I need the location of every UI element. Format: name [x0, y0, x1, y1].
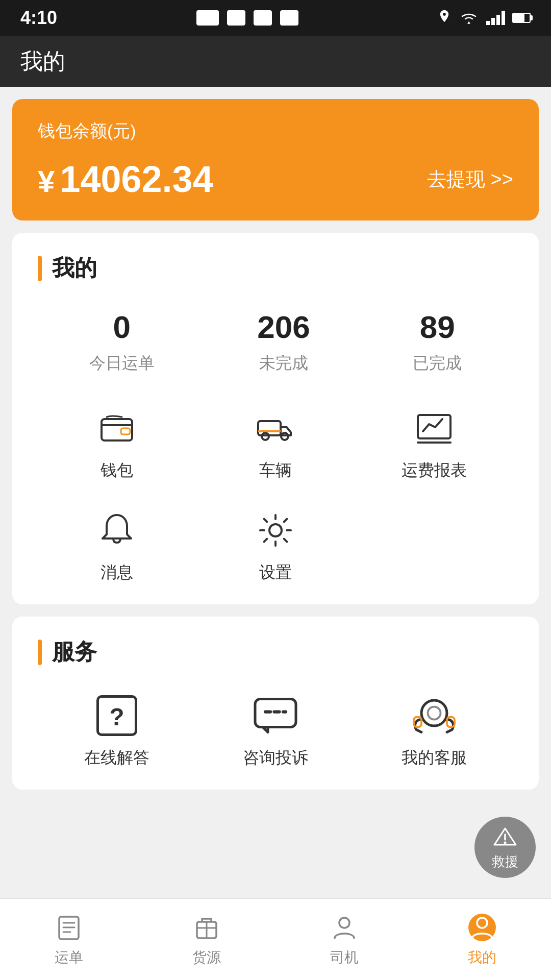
status-right-icons [437, 9, 531, 27]
stat-incomplete-value: 206 [257, 309, 310, 345]
driver-nav-icon [329, 912, 360, 943]
stat-incomplete-label: 未完成 [259, 352, 308, 375]
location-icon [437, 9, 452, 27]
wallet-amount: ¥14062.34 [38, 158, 213, 200]
nav-orders-label: 运单 [55, 948, 83, 967]
chat-icon [250, 693, 301, 739]
warning-icon [492, 824, 518, 850]
stat-today-orders-value: 0 [113, 309, 131, 345]
services-accent [38, 640, 42, 665]
menu-item-settings[interactable]: 设置 [196, 507, 355, 584]
svg-point-28 [339, 918, 349, 928]
nav-cargo-label: 货源 [192, 948, 221, 967]
page-header: 我的 [0, 36, 551, 87]
wallet-value: 14062.34 [60, 159, 213, 200]
service-faq-label: 在线解答 [84, 747, 149, 769]
menu-report-label: 运费报表 [402, 459, 467, 482]
svg-point-16 [428, 707, 440, 720]
status-left-icons [196, 10, 298, 26]
nav-driver-label: 司机 [330, 948, 359, 967]
withdraw-button[interactable]: 去提现 >> [427, 166, 513, 192]
menu-item-report[interactable]: 运费报表 [355, 405, 513, 482]
stat-today-orders-label: 今日运单 [89, 352, 155, 375]
nav-item-cargo[interactable]: 货源 [138, 912, 276, 967]
nav-item-driver[interactable]: 司机 [276, 912, 413, 967]
service-customer-label: 我的客服 [402, 747, 467, 769]
services-grid: ? 在线解答 咨询投诉 [38, 693, 513, 769]
truck-icon [250, 405, 301, 451]
services-section-header: 服务 [38, 637, 513, 667]
svg-point-29 [477, 918, 487, 928]
rescue-fab-button[interactable]: 救援 [474, 817, 536, 878]
stats-row: 0 今日运单 206 未完成 89 已完成 [38, 309, 513, 375]
cargo-nav-icon [191, 912, 222, 943]
signal-icon [486, 11, 505, 25]
orders-nav-icon [54, 912, 84, 943]
services-section: 服务 ? 在线解答 咨询投诉 [12, 617, 539, 790]
menu-settings-label: 设置 [259, 561, 292, 584]
menu-item-vehicle[interactable]: 车辆 [196, 405, 355, 482]
my-section: 我的 0 今日运单 206 未完成 89 已完成 [12, 233, 539, 604]
section-accent [38, 256, 42, 281]
wifi-icon [459, 10, 479, 26]
svg-point-20 [504, 841, 507, 844]
status-time: 4:10 [20, 7, 57, 29]
mine-nav-icon [467, 912, 497, 943]
svg-rect-0 [102, 419, 132, 440]
battery-icon [512, 13, 531, 23]
nav-mine-label: 我的 [468, 948, 496, 967]
service-complaint-label: 咨询投诉 [243, 747, 308, 769]
page-title: 我的 [20, 46, 65, 77]
menu-wallet-label: 钱包 [101, 459, 133, 482]
wallet-icon [91, 405, 142, 451]
service-faq[interactable]: ? 在线解答 [38, 693, 196, 769]
app-icon-2 [254, 10, 272, 26]
status-bar: 4:10 [0, 0, 551, 36]
nav-item-mine[interactable]: 我的 [413, 912, 551, 967]
stat-incomplete: 206 未完成 [257, 309, 310, 375]
notification-icon [196, 10, 219, 26]
menu-message-label: 消息 [101, 561, 133, 584]
headset-icon [409, 693, 460, 739]
my-section-header: 我的 [38, 253, 513, 283]
services-title: 服务 [52, 637, 97, 667]
rescue-label: 救援 [492, 853, 518, 871]
currency-symbol: ¥ [38, 164, 55, 199]
wallet-card: 钱包余额(元) ¥14062.34 去提现 >> [12, 99, 539, 220]
stat-complete: 89 已完成 [413, 309, 462, 375]
menu-item-wallet[interactable]: 钱包 [38, 405, 196, 482]
stat-today-orders: 0 今日运单 [89, 309, 155, 375]
stat-complete-value: 89 [420, 309, 455, 345]
svg-rect-1 [121, 428, 130, 434]
wallet-label: 钱包余额(元) [38, 119, 513, 143]
service-customer[interactable]: 我的客服 [355, 693, 513, 769]
gear-icon [250, 507, 301, 553]
menu-vehicle-label: 车辆 [259, 459, 292, 482]
chart-icon [409, 405, 460, 451]
svg-rect-2 [258, 421, 281, 435]
svg-text:?: ? [110, 703, 124, 730]
svg-point-15 [421, 700, 447, 726]
question-icon: ? [91, 693, 142, 739]
bottom-navigation: 运单 货源 司机 [0, 898, 551, 980]
service-complaint[interactable]: 咨询投诉 [196, 693, 355, 769]
svg-point-8 [269, 524, 282, 536]
my-menu-grid: 钱包 车辆 [38, 405, 513, 584]
my-section-title: 我的 [52, 253, 97, 283]
bell-icon [91, 507, 142, 553]
app-icon-3 [280, 10, 298, 26]
nav-item-orders[interactable]: 运单 [0, 912, 138, 967]
app-icon-1 [227, 10, 245, 26]
menu-item-message[interactable]: 消息 [38, 507, 196, 584]
stat-complete-label: 已完成 [413, 352, 462, 375]
